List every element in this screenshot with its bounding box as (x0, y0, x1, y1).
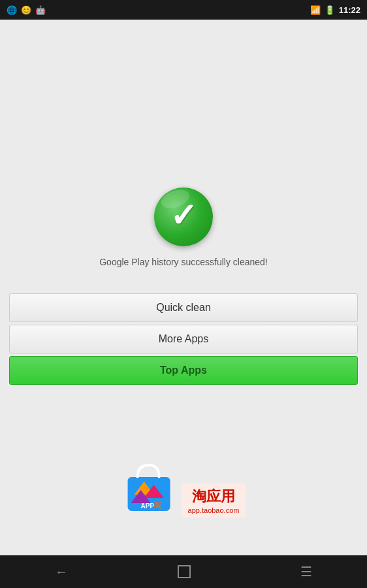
back-button[interactable]: ← (55, 564, 68, 580)
wifi-icon (310, 5, 321, 15)
taobao-url: app.taobao.com (188, 506, 240, 514)
taobao-text-box: 淘应用 app.taobao.com (182, 483, 246, 517)
svg-text:淘: 淘 (153, 500, 162, 510)
android-icon (35, 5, 46, 15)
top-apps-button[interactable]: Top Apps (9, 356, 358, 385)
status-bar: 11:22 (0, 0, 367, 20)
more-apps-button[interactable]: More Apps (9, 325, 358, 353)
recents-button[interactable]: ☰ (300, 564, 312, 580)
checkmark-symbol: ✓ (170, 199, 197, 232)
success-checkmark: ✓ (154, 188, 213, 246)
status-time: 11:22 (339, 5, 360, 15)
center-section: ✓ Google Play history successfully clean… (99, 188, 268, 267)
face-icon (21, 5, 31, 15)
globe-icon (7, 5, 17, 15)
nav-bar: ← ☰ (0, 555, 367, 588)
quick-clean-button[interactable]: Quick clean (9, 293, 358, 322)
main-content: ✓ Google Play history successfully clean… (0, 20, 367, 555)
home-button[interactable] (178, 565, 191, 578)
status-bar-left (7, 5, 46, 15)
taobao-bag-icon: APP 淘 (121, 459, 180, 517)
taobao-chinese-text: 淘应用 (192, 487, 235, 506)
success-message: Google Play history successfully cleaned… (99, 257, 268, 267)
battery-icon (325, 5, 335, 15)
buttons-section: Quick clean More Apps Top Apps (0, 293, 367, 387)
status-bar-right: 11:22 (310, 5, 360, 15)
